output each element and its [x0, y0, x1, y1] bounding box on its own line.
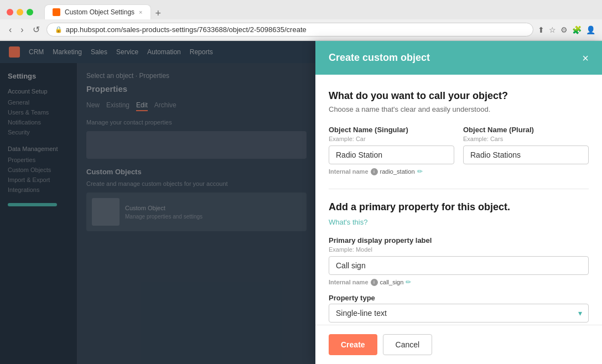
browser-action-icons: ⬆ ☆ ⚙ 🧩 👤 — [538, 25, 595, 34]
browser-chrome: Custom Object Settings × + ‹ › ↺ 🔒 app.h… — [0, 0, 602, 41]
plural-name-group: Object Name (Plural) Example: Cars — [463, 126, 589, 175]
tab-favicon — [53, 8, 60, 16]
info-icon-2[interactable]: i — [371, 279, 378, 286]
active-tab[interactable]: Custom Object Settings × — [44, 4, 151, 19]
singular-input[interactable] — [329, 145, 454, 164]
property-type-label: Property type — [329, 294, 589, 302]
reload-button[interactable]: ↺ — [30, 23, 42, 36]
property-type-group: Property type Single-line text Multi-lin… — [329, 294, 589, 323]
url-text: app.hubspot.com/sales-products-settings/… — [66, 25, 307, 34]
navigation-bar: ‹ › ↺ 🔒 app.hubspot.com/sales-products-s… — [0, 19, 602, 40]
tab-close-button[interactable]: × — [139, 9, 142, 15]
info-icon-1[interactable]: i — [371, 168, 378, 175]
modal-body: What do you want to call your object? Ch… — [315, 75, 602, 325]
plural-label: Object Name (Plural) — [463, 126, 589, 134]
edit-icon-1[interactable]: ✏ — [417, 168, 423, 175]
modal-title: Create custom object — [329, 52, 430, 64]
section1-subtitle: Choose a name that's clear and easily un… — [329, 105, 589, 113]
whats-this-link[interactable]: What's this? — [329, 218, 367, 226]
primary-display-group: Primary display property label Example: … — [329, 236, 589, 286]
modal-panel: Create custom object × What do you want … — [315, 41, 602, 364]
new-tab-button[interactable]: + — [151, 8, 166, 19]
modal-footer: Create Cancel — [315, 325, 602, 364]
internal-name-value2: call_sign — [380, 279, 404, 285]
section1-title: What do you want to call your object? — [329, 90, 589, 102]
property-type-select[interactable]: Single-line text Multi-line text Number … — [329, 304, 589, 323]
property-type-select-wrapper: Single-line text Multi-line text Number … — [329, 304, 589, 323]
section-divider — [329, 189, 589, 189]
lock-icon: 🔒 — [55, 26, 63, 33]
bookmark-icon[interactable]: ☆ — [549, 25, 556, 34]
share-icon[interactable]: ⬆ — [538, 25, 544, 34]
puzzle-icon[interactable]: 🧩 — [572, 25, 582, 34]
plural-input[interactable] — [463, 145, 589, 164]
plural-example: Example: Cars — [463, 136, 589, 142]
internal-name-value1: radio_station — [380, 168, 415, 175]
forward-button[interactable]: › — [18, 24, 25, 36]
primary-internal-name: Internal name i call_sign ✏ — [329, 278, 589, 286]
section2-title: Add a primary property for this object. — [329, 201, 589, 213]
internal-name-label2: Internal name — [329, 279, 369, 285]
back-button[interactable]: ‹ — [7, 24, 14, 36]
address-bar[interactable]: 🔒 app.hubspot.com/sales-products-setting… — [46, 23, 533, 37]
tab-bar: Custom Object Settings × + — [44, 4, 165, 19]
edit-icon-2[interactable]: ✏ — [406, 278, 411, 286]
primary-display-input[interactable] — [329, 256, 589, 275]
internal-name-label1: Internal name — [329, 168, 369, 175]
close-window-button[interactable] — [7, 9, 13, 15]
extensions-icon[interactable]: ⚙ — [561, 25, 568, 34]
primary-display-example: Example: Model — [329, 246, 589, 253]
singular-example: Example: Car — [329, 136, 454, 142]
title-bar: Custom Object Settings × + — [0, 0, 602, 19]
singular-label: Object Name (Singular) — [329, 126, 454, 134]
window-controls[interactable] — [7, 9, 33, 15]
singular-name-group: Object Name (Singular) Example: Car Inte… — [329, 126, 454, 175]
profile-icon[interactable]: 👤 — [586, 25, 595, 34]
maximize-window-button[interactable] — [27, 9, 33, 15]
main-area: CRM Marketing Sales Service Automation R… — [0, 41, 602, 364]
singular-internal-name: Internal name i radio_station ✏ — [329, 168, 454, 175]
modal-header: Create custom object × — [315, 41, 602, 75]
minimize-window-button[interactable] — [17, 9, 23, 15]
create-button[interactable]: Create — [329, 334, 377, 355]
tab-title: Custom Object Settings — [65, 8, 134, 16]
modal-close-button[interactable]: × — [582, 53, 589, 64]
primary-display-label: Primary display property label — [329, 236, 589, 245]
object-name-row: Object Name (Singular) Example: Car Inte… — [329, 126, 589, 175]
cancel-button[interactable]: Cancel — [383, 334, 433, 355]
